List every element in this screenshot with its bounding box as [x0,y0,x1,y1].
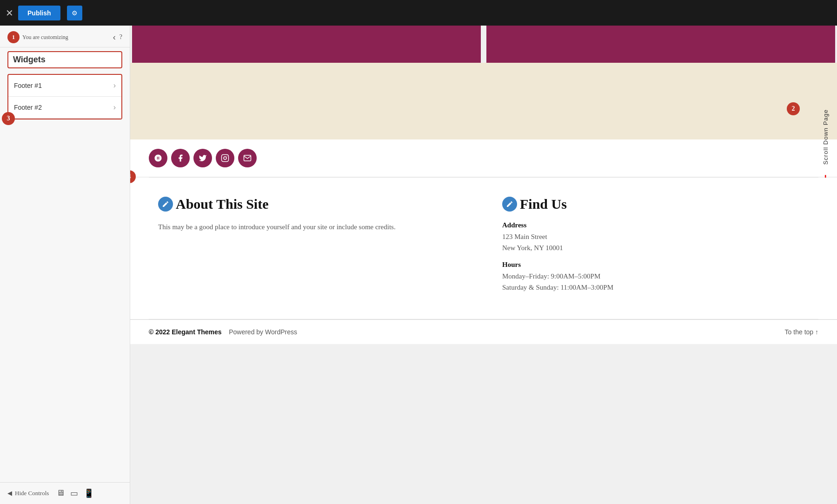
gear-button[interactable]: ⚙ [67,6,82,20]
widgets-content: 4 About This Site This may be a good pla… [130,178,837,319]
about-edit-button[interactable] [158,197,173,212]
mobile-icon[interactable]: 📱 [84,488,94,498]
hide-controls-button[interactable]: ◀ Hide Controls [7,490,49,497]
hero-area [130,26,837,63]
hours-label: Hours [502,261,818,269]
site-footer: © 2022 Elegant Themes Powered by WordPre… [130,319,837,344]
chevron-icon-footer1: › [113,81,116,90]
yelp-icon[interactable] [149,149,167,167]
panel-footer: ◀ Hide Controls 🖥 ▭ 📱 [0,482,130,504]
device-icons: 🖥 ▭ 📱 [56,488,94,498]
facebook-icon[interactable] [171,149,190,167]
svg-point-1 [224,157,226,159]
publish-button[interactable]: Publish [18,6,60,20]
svg-rect-0 [222,155,229,162]
social-bar [130,139,837,177]
footer1-item[interactable]: Footer #1 › [8,75,121,97]
help-icon[interactable]: ? [120,33,122,41]
widget-list: Footer #1 › Footer #2 › 3 [7,74,122,119]
widgets-title: Widgets [13,55,46,64]
customizing-label: You are customizing [22,34,68,41]
findus-details: Address 123 Main Street New York, NY 100… [502,221,818,293]
desktop-icon[interactable]: 🖥 [56,488,65,498]
top-bar-left: ✕ Publish ⚙ [6,6,82,20]
annotation-2: 2 [787,102,800,115]
scroll-text: Scroll Down Page [822,109,829,165]
findus-title: Find Us [502,196,818,212]
twitter-icon[interactable] [193,149,212,167]
back-button[interactable]: ‹ [113,33,116,42]
right-content: 2 Scroll Down Page ↓ [130,26,837,504]
address-label: Address [502,221,818,229]
close-button[interactable]: ✕ [6,7,13,19]
beige-section: 2 Scroll Down Page ↓ [130,63,837,139]
chevron-icon-footer2: › [113,103,116,112]
left-panel: 1 You are customizing ‹ ? Widgets Footer… [0,26,130,504]
findus-edit-button[interactable] [502,197,517,212]
about-title: About This Site [158,196,474,212]
step-badge-1: 1 [7,31,20,43]
footer2-item[interactable]: Footer #2 › [8,97,121,119]
footer-copyright: © 2022 Elegant Themes Powered by WordPre… [149,328,297,336]
email-icon[interactable] [238,149,257,167]
hero-block-left [132,26,481,63]
about-widget: About This Site This may be a good place… [158,196,474,300]
to-the-top-link[interactable]: To the top ↑ [785,328,818,336]
main-layout: 1 You are customizing ‹ ? Widgets Footer… [0,26,837,504]
address-value: 123 Main Street New York, NY 10001 [502,231,818,253]
top-bar: ✕ Publish ⚙ [0,0,837,26]
customizing-header: 1 You are customizing ‹ ? [0,26,130,47]
annotation-3: 3 [2,112,15,125]
widgets-title-wrapper: Widgets [7,51,122,68]
hours-value: Monday–Friday: 9:00AM–5:00PM Saturday & … [502,271,818,293]
left-arrow-icon: ◀ [7,490,12,497]
tablet-icon[interactable]: ▭ [70,488,78,498]
social-icons [149,149,818,167]
findus-widget: Find Us Address 123 Main Street New York… [502,196,818,300]
hero-block-right [486,26,835,63]
svg-point-2 [226,156,227,157]
about-body-text: This may be a good place to introduce yo… [158,221,474,233]
instagram-icon[interactable] [216,149,234,167]
